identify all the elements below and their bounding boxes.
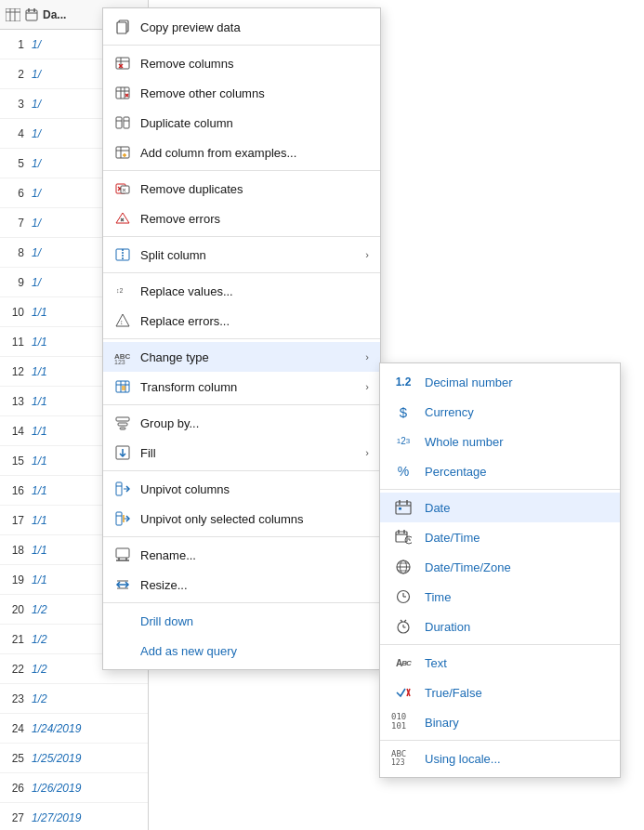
table-row: 261/26/2019 <box>0 773 148 803</box>
unpivot-columns-icon <box>114 481 131 497</box>
submenu-item-text[interactable]: ABC Text <box>380 648 620 678</box>
menu-item-rename[interactable]: Rename... <box>103 540 380 570</box>
menu-item-unpivot-selected[interactable]: Unpivot only selected columns <box>103 504 380 534</box>
menu-item-remove-duplicates[interactable]: Remove duplicates <box>103 174 380 204</box>
svg-rect-59 <box>116 512 122 525</box>
menu-item-remove-errors[interactable]: Remove errors <box>103 204 380 233</box>
change-type-submenu[interactable]: 1.2 Decimal number $ Currency 123 Whole … <box>379 362 621 778</box>
split-column-icon <box>114 246 131 263</box>
svg-rect-15 <box>116 87 129 99</box>
rename-icon <box>114 547 131 563</box>
svg-rect-56 <box>116 482 122 495</box>
change-type-icon: ABC 123 <box>114 349 131 365</box>
column-header-text: Da... <box>43 8 66 21</box>
submenu-item-duration[interactable]: Duration <box>380 612 620 641</box>
menu-item-transform-column[interactable]: Transform column › <box>103 372 380 402</box>
percentage-label: Percentage <box>425 465 487 479</box>
submenu-item-currency[interactable]: $ Currency <box>380 397 620 427</box>
context-menu[interactable]: Copy preview data Remove columns <box>102 7 381 670</box>
menu-item-replace-values[interactable]: ↕2 Replace values... <box>103 276 380 306</box>
submenu-item-whole[interactable]: 123 Whole number <box>380 427 620 456</box>
svg-rect-21 <box>116 117 122 128</box>
text-icon: ABC <box>391 654 415 671</box>
menu-item-remove-other-columns[interactable]: Remove other columns <box>103 78 380 108</box>
rename-label: Rename... <box>140 548 369 562</box>
svg-line-93 <box>401 620 402 622</box>
transform-column-arrow: › <box>365 381 369 392</box>
decimal-label: Decimal number <box>425 375 513 389</box>
time-label: Time <box>425 590 451 604</box>
menu-item-unpivot-columns[interactable]: Unpivot columns <box>103 474 380 504</box>
group-by-icon <box>114 415 131 431</box>
remove-errors-label: Remove errors <box>140 212 369 226</box>
add-examples-icon <box>114 144 131 161</box>
svg-rect-0 <box>6 8 20 21</box>
menu-item-add-query[interactable]: Add as new query <box>103 636 380 665</box>
table-row: 241/24/2019 <box>0 714 148 744</box>
menu-item-fill[interactable]: Fill › <box>103 438 380 468</box>
remove-other-columns-label: Remove other columns <box>140 86 369 100</box>
menu-item-group-by[interactable]: Group by... <box>103 408 380 438</box>
menu-item-copy-preview[interactable]: Copy preview data <box>103 12 380 42</box>
fill-icon <box>114 444 131 461</box>
duplicate-column-label: Duplicate column <box>140 116 369 130</box>
copy-icon <box>114 19 131 35</box>
table-row: 271/27/2019 <box>0 803 148 830</box>
copy-preview-label: Copy preview data <box>140 20 369 34</box>
fill-arrow: › <box>365 447 369 458</box>
svg-rect-50 <box>122 386 125 390</box>
menu-item-duplicate-column[interactable]: Duplicate column <box>103 108 380 138</box>
svg-marker-36 <box>116 213 129 223</box>
datetime-icon <box>391 529 415 546</box>
submenu-item-decimal[interactable]: 1.2 Decimal number <box>380 367 620 397</box>
submenu-item-truefalse[interactable]: True/False <box>380 678 620 707</box>
menu-item-split-column[interactable]: Split column › <box>103 240 380 270</box>
submenu-item-percentage[interactable]: % Percentage <box>380 456 620 486</box>
menu-item-resize[interactable]: Resize... <box>103 570 380 599</box>
svg-rect-25 <box>116 147 129 158</box>
submenu-item-date[interactable]: Date <box>380 493 620 522</box>
separator-8 <box>103 536 380 537</box>
transform-column-icon <box>114 378 131 395</box>
submenu-separator-3 <box>380 740 620 741</box>
duration-label: Duration <box>425 620 470 634</box>
svg-rect-4 <box>26 10 37 20</box>
remove-duplicates-label: Remove duplicates <box>140 182 369 196</box>
menu-item-replace-errors[interactable]: ↕ Replace errors... <box>103 306 380 336</box>
truefalse-label: True/False <box>425 686 482 700</box>
separator-9 <box>103 602 380 603</box>
menu-item-add-from-examples[interactable]: Add column from examples... <box>103 138 380 167</box>
change-type-label: Change type <box>140 350 356 364</box>
submenu-item-datetime[interactable]: Date/Time <box>380 522 620 552</box>
replace-errors-icon: ↕ <box>114 312 131 329</box>
whole-number-label: Whole number <box>425 435 504 449</box>
submenu-item-binary[interactable]: 010 101 Binary <box>380 707 620 737</box>
add-query-spacer <box>114 642 131 659</box>
remove-other-columns-icon <box>114 85 131 101</box>
svg-rect-53 <box>120 428 125 429</box>
split-column-arrow: › <box>365 249 369 260</box>
submenu-item-locale[interactable]: ABC 123 Using locale... <box>380 744 620 773</box>
time-icon <box>391 588 415 605</box>
menu-item-change-type[interactable]: ABC 123 Change type › <box>103 342 380 372</box>
locale-label: Using locale... <box>425 752 501 766</box>
separator-4 <box>103 272 380 273</box>
truefalse-icon <box>391 684 415 701</box>
drill-down-label: Drill down <box>140 614 369 628</box>
separator-3 <box>103 236 380 237</box>
submenu-item-time[interactable]: Time <box>380 582 620 612</box>
menu-item-drill-down[interactable]: Drill down <box>103 606 380 636</box>
menu-item-remove-columns[interactable]: Remove columns <box>103 48 380 78</box>
replace-values-label: Replace values... <box>140 284 369 298</box>
submenu-item-datetimezone[interactable]: Date/Time/Zone <box>380 552 620 582</box>
remove-columns-icon <box>114 55 131 72</box>
datetimezone-label: Date/Time/Zone <box>425 560 511 574</box>
svg-rect-52 <box>118 423 127 426</box>
resize-icon <box>114 576 131 593</box>
datetimezone-icon <box>391 559 415 575</box>
separator-6 <box>103 404 380 405</box>
separator-7 <box>103 470 380 471</box>
svg-rect-70 <box>396 502 411 514</box>
binary-icon: 010 101 <box>391 714 415 731</box>
change-type-arrow: › <box>365 351 369 362</box>
